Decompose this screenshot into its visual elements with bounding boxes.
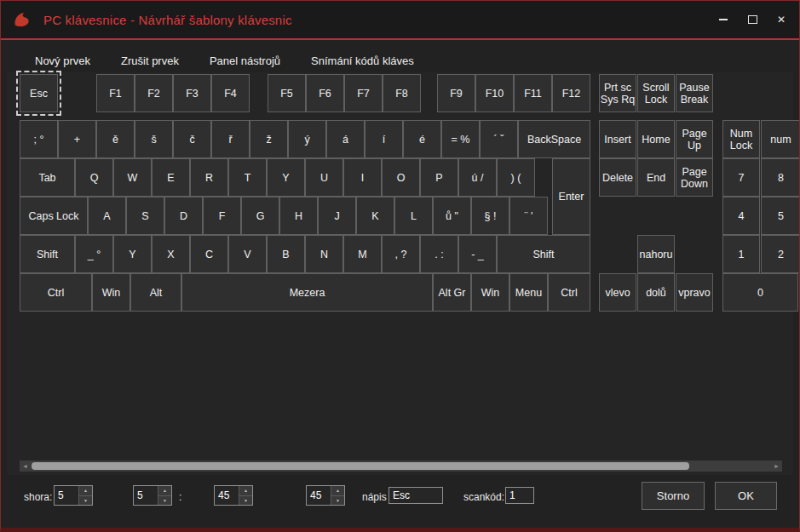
scroll-left-arrow-icon[interactable]: ◄: [20, 460, 31, 472]
key-e-caron[interactable]: ě: [96, 120, 135, 158]
menu-item-toolbox[interactable]: Panel nástrojů: [194, 49, 296, 72]
key-f10[interactable]: F10: [475, 74, 514, 112]
key-page-down[interactable]: Page Down: [676, 158, 713, 197]
key-home[interactable]: Home: [637, 120, 675, 158]
key-alt[interactable]: Alt: [130, 273, 181, 312]
key-menu-key[interactable]: Menu: [509, 273, 548, 312]
key-num-divide[interactable]: num: [761, 120, 800, 158]
key-numpad-0[interactable]: 0: [722, 273, 798, 312]
spin-down-icon[interactable]: ▼: [79, 496, 92, 506]
key-o[interactable]: O: [382, 158, 420, 197]
width-spinner-input[interactable]: [215, 486, 239, 505]
spin-up-icon[interactable]: ▲: [331, 486, 344, 496]
key-insert[interactable]: Insert: [599, 120, 636, 158]
height-spinner[interactable]: ▲▼: [306, 485, 345, 506]
key-acute-caron[interactable]: ´ ˇ: [480, 120, 518, 158]
key-y2[interactable]: Y: [113, 235, 152, 273]
key-shift-right[interactable]: Shift: [497, 235, 590, 273]
key-arrow-down[interactable]: dolů: [637, 273, 675, 312]
key-diaeresis[interactable]: ¨ ': [509, 197, 548, 235]
key-minus[interactable]: - _: [458, 235, 497, 273]
scancode-input[interactable]: [505, 487, 534, 504]
key-f11[interactable]: F11: [514, 74, 552, 112]
key-r-caron[interactable]: ř: [211, 120, 250, 158]
key-u-acute[interactable]: ú /: [458, 158, 497, 197]
key-numpad-2[interactable]: 2: [761, 235, 800, 273]
spin-up-icon[interactable]: ▲: [158, 486, 171, 496]
key-win-left[interactable]: Win: [92, 273, 130, 312]
key-f12[interactable]: F12: [552, 74, 590, 112]
key-f1[interactable]: F1: [96, 74, 135, 112]
maximize-button[interactable]: [746, 14, 758, 26]
key-v[interactable]: V: [228, 235, 267, 273]
key-u-ring[interactable]: ů ": [433, 197, 471, 235]
key-e-acute[interactable]: é: [403, 120, 441, 158]
key-period[interactable]: . :: [420, 235, 458, 273]
minimize-button[interactable]: [717, 14, 729, 26]
key-equals[interactable]: = %: [441, 120, 480, 158]
key-h[interactable]: H: [279, 197, 318, 235]
key-e[interactable]: E: [152, 158, 190, 197]
key-s[interactable]: S: [126, 197, 164, 235]
spin-down-icon[interactable]: ▼: [331, 496, 344, 506]
key-q[interactable]: Q: [75, 158, 113, 197]
key-section[interactable]: § !: [471, 197, 509, 235]
spin-up-icon[interactable]: ▲: [79, 486, 92, 496]
width-spinner[interactable]: ▲▼: [214, 485, 253, 506]
from-left-spinner-input[interactable]: [55, 486, 78, 505]
key-end[interactable]: End: [637, 158, 675, 197]
height-spinner-input[interactable]: [307, 486, 331, 505]
key-numpad-1[interactable]: 1: [722, 235, 760, 273]
key-arrow-up[interactable]: nahoru: [637, 235, 675, 273]
from-left-spinner[interactable]: ▲▼: [54, 485, 93, 506]
key-space[interactable]: Mezera: [181, 273, 433, 312]
key-w[interactable]: W: [113, 158, 152, 197]
key-num-lock[interactable]: Num Lock: [722, 120, 760, 158]
key-f4[interactable]: F4: [211, 74, 250, 112]
key-shift-left[interactable]: Shift: [20, 235, 75, 273]
key-enter[interactable]: Enter: [552, 158, 590, 235]
key-comma[interactable]: , ?: [382, 235, 420, 273]
key-x[interactable]: X: [152, 235, 190, 273]
key-parens[interactable]: ) (: [497, 158, 535, 197]
key-r[interactable]: R: [190, 158, 228, 197]
key-p[interactable]: P: [420, 158, 458, 197]
key-l[interactable]: L: [394, 197, 433, 235]
key-oem-102[interactable]: _ °: [75, 235, 113, 273]
key-n[interactable]: N: [305, 235, 343, 273]
menu-item-key-code-capture[interactable]: Snímání kódů kláves: [296, 49, 429, 72]
key-f9[interactable]: F9: [437, 74, 475, 112]
spin-up-icon[interactable]: ▲: [239, 486, 252, 496]
key-esc[interactable]: Esc: [20, 74, 58, 112]
caption-input[interactable]: [388, 487, 443, 504]
cancel-button[interactable]: Storno: [642, 482, 705, 510]
key-f[interactable]: F: [203, 197, 241, 235]
key-c-caron[interactable]: č: [173, 120, 211, 158]
key-tab[interactable]: Tab: [20, 158, 75, 197]
key-j[interactable]: J: [318, 197, 356, 235]
menu-item-delete-element[interactable]: Zrušit prvek: [106, 49, 194, 72]
key-i[interactable]: I: [343, 158, 382, 197]
key-a-acute[interactable]: á: [326, 120, 365, 158]
close-button[interactable]: ✕: [775, 14, 787, 26]
key-page-up[interactable]: Page Up: [676, 120, 713, 158]
key-z-caron[interactable]: ž: [250, 120, 288, 158]
key-win-right[interactable]: Win: [471, 273, 509, 312]
scrollbar-thumb[interactable]: [32, 462, 689, 470]
ok-button[interactable]: OK: [715, 482, 777, 510]
key-m[interactable]: M: [343, 235, 382, 273]
key-numpad-8[interactable]: 8: [761, 158, 800, 197]
key-k[interactable]: K: [356, 197, 394, 235]
key-f7[interactable]: F7: [344, 74, 383, 112]
key-caps-lock[interactable]: Caps Lock: [20, 197, 88, 235]
key-print-screen[interactable]: Prt sc Sys Rq: [599, 74, 636, 112]
key-numpad-4[interactable]: 4: [722, 197, 760, 235]
key-f2[interactable]: F2: [135, 74, 173, 112]
menu-item-new-element[interactable]: Nový prvek: [20, 49, 106, 72]
key-d[interactable]: D: [164, 197, 203, 235]
key-pause-break[interactable]: Pause Break: [676, 74, 713, 112]
spin-down-icon[interactable]: ▼: [239, 496, 252, 506]
key-u[interactable]: U: [305, 158, 343, 197]
key-plus[interactable]: +: [58, 120, 96, 158]
key-numpad-7[interactable]: 7: [722, 158, 760, 197]
